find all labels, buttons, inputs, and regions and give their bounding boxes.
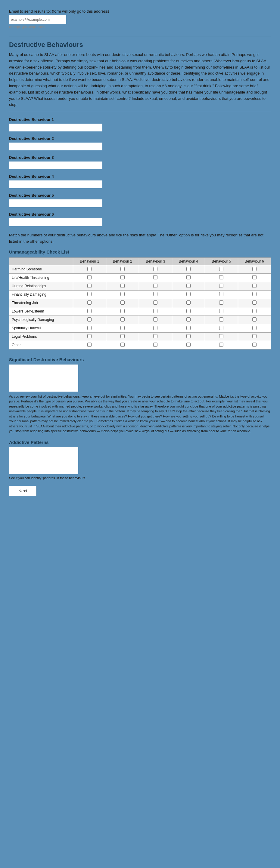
checkbox-r7-b5[interactable] — [219, 317, 223, 321]
checklist-cell — [172, 273, 205, 282]
checkbox-r2-b1[interactable] — [87, 275, 91, 279]
checkbox-r10-b5[interactable] — [219, 343, 223, 347]
checklist-cell — [238, 307, 271, 315]
checklist-cell — [73, 315, 106, 324]
email-input[interactable] — [9, 16, 66, 24]
checklist-cell — [238, 282, 271, 290]
checkbox-r5-b5[interactable] — [219, 301, 223, 305]
checkbox-r8-b1[interactable] — [87, 326, 91, 330]
checkbox-r8-b3[interactable] — [153, 326, 158, 330]
checkbox-r10-b4[interactable] — [186, 343, 191, 347]
checkbox-r10-b1[interactable] — [87, 343, 91, 347]
checkbox-r2-b5[interactable] — [219, 275, 223, 279]
checklist-cell — [106, 265, 139, 273]
row-label: Other — [9, 341, 73, 349]
checkbox-r6-b4[interactable] — [186, 309, 191, 313]
checkbox-r5-b2[interactable] — [120, 301, 124, 305]
checkbox-r5-b1[interactable] — [87, 301, 91, 305]
checkbox-r9-b1[interactable] — [87, 334, 91, 338]
checkbox-r6-b6[interactable] — [252, 309, 256, 313]
checklist-cell — [139, 307, 172, 315]
checkbox-r7-b3[interactable] — [153, 317, 158, 321]
col-header-b6: Behaviour 6 — [238, 257, 271, 265]
email-label: Email to send results to: (form will onl… — [9, 9, 271, 13]
checkbox-r9-b2[interactable] — [120, 334, 124, 338]
checkbox-r5-b6[interactable] — [252, 301, 256, 305]
checkbox-r4-b1[interactable] — [87, 292, 91, 296]
checkbox-r1-b6[interactable] — [252, 267, 256, 271]
checkbox-r1-b4[interactable] — [186, 267, 191, 271]
behaviour-5-label: Destructive Behaviour 5 — [9, 193, 271, 197]
checkbox-r6-b3[interactable] — [153, 309, 158, 313]
behaviour-1-label: Destructive Behaviour 1 — [9, 117, 271, 122]
checklist-cell — [205, 341, 238, 349]
checkbox-r2-b6[interactable] — [252, 275, 256, 279]
checkbox-r4-b3[interactable] — [153, 292, 158, 296]
behaviour-3-input[interactable] — [9, 161, 102, 169]
checklist-cell — [172, 282, 205, 290]
behaviour-6-input[interactable] — [9, 218, 102, 226]
checkbox-r6-b2[interactable] — [120, 309, 124, 313]
checklist-cell — [73, 341, 106, 349]
checkbox-r9-b4[interactable] — [186, 334, 191, 338]
checkbox-r6-b5[interactable] — [219, 309, 223, 313]
checkbox-r2-b4[interactable] — [186, 275, 191, 279]
checklist-cell — [139, 324, 172, 332]
checkbox-r7-b4[interactable] — [186, 317, 191, 321]
checklist-cell — [73, 324, 106, 332]
addictive-hint: See if you can identify 'patterns' in th… — [9, 476, 271, 480]
checklist-cell — [205, 265, 238, 273]
row-label: Spiritually Harmful — [9, 324, 73, 332]
checkbox-r3-b1[interactable] — [87, 284, 91, 288]
checklist-cell — [139, 315, 172, 324]
checkbox-r8-b6[interactable] — [252, 326, 256, 330]
behaviour-4-input[interactable] — [9, 181, 102, 188]
checkbox-r3-b2[interactable] — [120, 284, 124, 288]
checkbox-r5-b3[interactable] — [153, 301, 158, 305]
checkbox-r9-b5[interactable] — [219, 334, 223, 338]
table-row: Psychologically Damaging — [9, 315, 271, 324]
checkbox-r9-b6[interactable] — [252, 334, 256, 338]
checkbox-r2-b3[interactable] — [153, 275, 158, 279]
checkbox-r8-b2[interactable] — [120, 326, 124, 330]
checkbox-r10-b3[interactable] — [153, 343, 158, 347]
checklist-cell — [172, 332, 205, 341]
next-button[interactable]: Next — [9, 486, 36, 496]
checkbox-r1-b3[interactable] — [153, 267, 158, 271]
behaviour-1-input[interactable] — [9, 124, 102, 131]
significant-textarea[interactable] — [9, 365, 78, 392]
behaviour-5-input[interactable] — [9, 199, 102, 207]
checklist-cell — [238, 341, 271, 349]
checkbox-r2-b2[interactable] — [120, 275, 124, 279]
checkbox-r1-b5[interactable] — [219, 267, 223, 271]
email-section: Email to send results to: (form will onl… — [9, 6, 271, 33]
checklist-cell — [139, 332, 172, 341]
checkbox-r4-b5[interactable] — [219, 292, 223, 296]
divider-top — [9, 36, 271, 36]
checkbox-r3-b3[interactable] — [153, 284, 158, 288]
checkbox-r3-b6[interactable] — [252, 284, 256, 288]
checkbox-r4-b2[interactable] — [120, 292, 124, 296]
significant-title: Significant Destructive Behaviours — [9, 357, 271, 362]
behaviour-2-input[interactable] — [9, 143, 102, 150]
checkbox-r7-b1[interactable] — [87, 317, 91, 321]
checkbox-r4-b4[interactable] — [186, 292, 191, 296]
checkbox-r1-b2[interactable] — [120, 267, 124, 271]
checkbox-r3-b5[interactable] — [219, 284, 223, 288]
checklist-cell — [205, 290, 238, 299]
checkbox-r1-b1[interactable] — [87, 267, 91, 271]
checkbox-r9-b3[interactable] — [153, 334, 158, 338]
checkbox-r8-b5[interactable] — [219, 326, 223, 330]
checkbox-r10-b2[interactable] — [120, 343, 124, 347]
checkbox-r10-b6[interactable] — [252, 343, 256, 347]
checkbox-r7-b2[interactable] — [120, 317, 124, 321]
checklist-cell — [238, 315, 271, 324]
checkbox-r5-b4[interactable] — [186, 301, 191, 305]
checkbox-r7-b6[interactable] — [252, 317, 256, 321]
checkbox-r4-b6[interactable] — [252, 292, 256, 296]
checkbox-r8-b4[interactable] — [186, 326, 191, 330]
checkbox-r3-b4[interactable] — [186, 284, 191, 288]
checklist-cell — [205, 324, 238, 332]
checkbox-r6-b1[interactable] — [87, 309, 91, 313]
addictive-textarea[interactable] — [9, 447, 78, 474]
